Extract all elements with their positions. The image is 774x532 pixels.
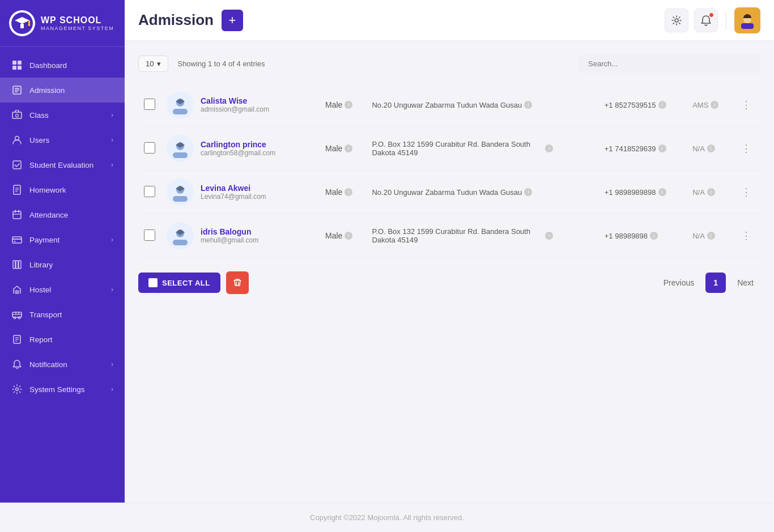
page-title: Admission bbox=[138, 11, 214, 29]
system-settings-arrow: › bbox=[111, 385, 113, 393]
class-cell-0: AMS i bbox=[692, 101, 726, 109]
gender-info-icon-1[interactable]: i bbox=[345, 144, 352, 152]
row-more-button-0[interactable]: ⋮ bbox=[738, 96, 755, 113]
svg-rect-7 bbox=[12, 66, 16, 70]
svg-rect-62 bbox=[173, 240, 188, 245]
delete-selected-button[interactable] bbox=[226, 271, 249, 294]
logo-text: WP SCHOOL MANAGEMENT SYSTEM bbox=[41, 15, 114, 32]
gender-cell-1: Male i bbox=[325, 144, 360, 153]
svg-rect-54 bbox=[173, 152, 188, 158]
svg-point-4 bbox=[28, 24, 31, 26]
logo-icon bbox=[9, 10, 35, 36]
page-body: 10 ▾ Showing 1 to 4 of 4 entries Calista… bbox=[125, 41, 774, 503]
row-more-button-3[interactable]: ⋮ bbox=[738, 227, 755, 244]
gender-cell-2: Male i bbox=[325, 188, 360, 197]
per-page-selector[interactable]: 10 ▾ bbox=[138, 56, 168, 72]
row-checkbox-2[interactable] bbox=[144, 186, 155, 197]
phone-info-icon-1[interactable]: i bbox=[658, 144, 666, 152]
add-admission-button[interactable]: + bbox=[222, 10, 243, 31]
footer-text: Copyright ©2022 Mojoomla. All rights res… bbox=[310, 513, 464, 522]
table-row: Carlington prince carlington58@gmail.com… bbox=[138, 127, 760, 171]
notification-arrow: › bbox=[111, 360, 113, 368]
row-checkbox-1[interactable] bbox=[144, 142, 155, 154]
class-info-icon-1[interactable]: i bbox=[707, 144, 715, 152]
chevron-down-icon: ▾ bbox=[157, 59, 161, 68]
address-cell-1: P.O. Box 132 1599 Curabitur Rd. Bandera … bbox=[372, 140, 553, 157]
address-info-icon-2[interactable]: i bbox=[524, 188, 532, 196]
svg-point-27 bbox=[14, 241, 15, 242]
payment-icon bbox=[11, 234, 23, 245]
row-more-button-2[interactable]: ⋮ bbox=[738, 184, 755, 201]
current-page-number[interactable]: 1 bbox=[705, 273, 726, 293]
select-all-button[interactable]: SELECT ALL bbox=[138, 273, 220, 293]
users-arrow: › bbox=[111, 136, 113, 144]
settings-button[interactable] bbox=[665, 8, 688, 32]
row-checkbox-0[interactable] bbox=[144, 99, 155, 110]
address-info-icon-3[interactable]: i bbox=[545, 232, 553, 240]
student-info-1: Carlington prince carlington58@gmail.com bbox=[167, 135, 314, 162]
sidebar-item-admission[interactable]: Admission bbox=[0, 78, 125, 103]
svg-point-43 bbox=[16, 388, 19, 391]
notification-button[interactable] bbox=[694, 8, 718, 32]
phone-info-icon-3[interactable]: i bbox=[650, 232, 658, 240]
student-avatar-0 bbox=[167, 91, 194, 118]
sidebar-item-dashboard[interactable]: Dashboard bbox=[0, 53, 125, 78]
next-page-button[interactable]: Next bbox=[730, 274, 760, 292]
student-info-0: Calista Wise admission@gmail.com bbox=[167, 91, 314, 118]
sidebar-item-payment[interactable]: Payment › bbox=[0, 227, 125, 252]
row-more-button-1[interactable]: ⋮ bbox=[738, 140, 755, 157]
table-controls: 10 ▾ Showing 1 to 4 of 4 entries bbox=[138, 54, 760, 73]
gender-cell-0: Male i bbox=[325, 100, 360, 109]
phone-info-icon-2[interactable]: i bbox=[658, 188, 666, 196]
student-email-2: Levina74@gmail.com bbox=[201, 193, 266, 201]
svg-rect-29 bbox=[16, 261, 18, 269]
address-info-icon-0[interactable]: i bbox=[524, 101, 532, 109]
class-info-icon-0[interactable]: i bbox=[711, 101, 718, 109]
homework-icon bbox=[11, 184, 23, 195]
logo: WP SCHOOL MANAGEMENT SYSTEM bbox=[0, 0, 125, 47]
gender-info-icon-0[interactable]: i bbox=[345, 101, 352, 109]
sidebar-item-report[interactable]: Report bbox=[0, 327, 125, 352]
row-checkbox-3[interactable] bbox=[144, 229, 155, 241]
dashboard-icon bbox=[11, 59, 23, 71]
sidebar-item-transport[interactable]: Transport bbox=[0, 302, 125, 327]
previous-page-button[interactable]: Previous bbox=[657, 274, 701, 292]
search-input[interactable] bbox=[579, 54, 760, 73]
sidebar-item-attendance[interactable]: Attendance bbox=[0, 202, 125, 227]
svg-point-34 bbox=[14, 317, 16, 319]
table-row: Levina Akwei Levina74@gmail.com Male i N… bbox=[138, 171, 760, 214]
gender-info-icon-2[interactable]: i bbox=[345, 188, 352, 196]
sidebar-item-system-settings[interactable]: System Settings › bbox=[0, 377, 125, 402]
student-email-3: mehull@gmail.com bbox=[201, 236, 258, 244]
sidebar-item-users[interactable]: Users › bbox=[0, 127, 125, 152]
sidebar-item-homework[interactable]: Homework bbox=[0, 177, 125, 202]
svg-rect-46 bbox=[741, 23, 754, 29]
pagination: Previous 1 Next bbox=[657, 273, 760, 293]
user-avatar-button[interactable] bbox=[734, 7, 760, 33]
sidebar-item-class[interactable]: Class › bbox=[0, 103, 125, 127]
address-cell-0: No.20 Unguwar Zabarma Tudun Wada Gusau i bbox=[372, 101, 553, 109]
student-name-0: Calista Wise bbox=[201, 96, 269, 105]
header-divider bbox=[726, 11, 726, 29]
table-row: Calista Wise admission@gmail.com Male i … bbox=[138, 83, 760, 127]
student-name-2: Levina Akwei bbox=[201, 184, 266, 193]
class-cell-1: N/A i bbox=[692, 144, 726, 153]
sidebar-item-student-evaluation[interactable]: Student Evaluation › bbox=[0, 152, 125, 177]
transport-icon bbox=[11, 309, 23, 320]
users-icon bbox=[11, 134, 23, 146]
entries-info: Showing 1 to 4 of 4 entries bbox=[177, 59, 570, 68]
address-info-icon-1[interactable]: i bbox=[545, 144, 553, 152]
trash-icon bbox=[233, 278, 242, 287]
gender-info-icon-3[interactable]: i bbox=[345, 232, 352, 240]
notification-badge bbox=[709, 12, 714, 18]
class-info-icon-3[interactable]: i bbox=[707, 232, 715, 240]
sidebar-item-notification[interactable]: Notification › bbox=[0, 352, 125, 377]
svg-rect-32 bbox=[17, 291, 19, 293]
sidebar-item-library[interactable]: Library bbox=[0, 252, 125, 277]
class-info-icon-2[interactable]: i bbox=[707, 188, 715, 196]
select-all-label: SELECT ALL bbox=[162, 279, 210, 287]
phone-info-icon-0[interactable]: i bbox=[658, 101, 666, 109]
student-email-1: carlington58@gmail.com bbox=[201, 149, 275, 157]
class-icon bbox=[11, 109, 23, 121]
sidebar-item-hostel[interactable]: Hostel › bbox=[0, 277, 125, 302]
